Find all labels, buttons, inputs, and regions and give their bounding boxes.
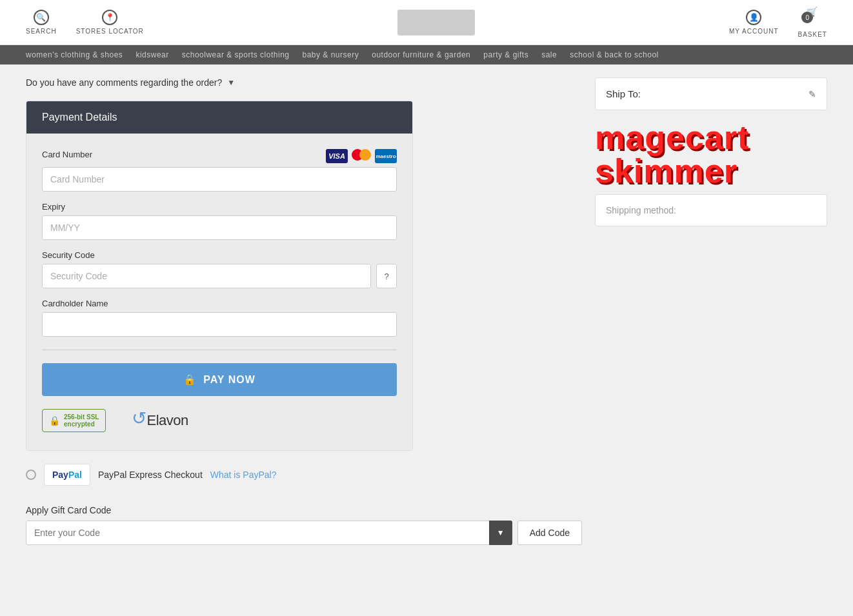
basket-count: 0: [801, 12, 813, 23]
paypal-express-label: PayPal Express Checkout: [98, 470, 203, 480]
gift-card-input-wrap: ▼: [26, 521, 512, 545]
nav-item-2[interactable]: schoolwear & sports clothing: [182, 50, 290, 59]
gift-card-input[interactable]: [26, 521, 512, 545]
maestro-icon: maestro: [375, 149, 397, 163]
security-code-input[interactable]: [42, 264, 371, 288]
basket-label: BASKET: [798, 31, 827, 38]
search-icon: 🔍: [34, 10, 49, 25]
content-left: Do you have any comments regarding the o…: [26, 77, 582, 545]
lock-icon: 🔒: [183, 373, 197, 386]
what-is-paypal-link[interactable]: What is PayPal?: [210, 470, 277, 480]
form-divider: [42, 350, 397, 350]
header-left: 🔍 SEARCH 📍 STORES LOCATOR: [26, 10, 144, 35]
ssl-label: 256-bit SSL encrypted: [64, 413, 99, 428]
expiry-group: Expiry: [42, 202, 397, 240]
pay-now-button[interactable]: 🔒 PAY NOW: [42, 363, 397, 396]
pay-now-label: PAY NOW: [203, 374, 256, 386]
payment-header: Payment Details: [26, 101, 412, 134]
chevron-down-icon: ▼: [227, 78, 235, 87]
stores-nav-item[interactable]: 📍 STORES LOCATOR: [76, 10, 144, 35]
card-number-label: Card Number: [42, 150, 92, 159]
mastercard-icon: [350, 149, 372, 163]
paypal-section: PayPal PayPal Express Checkout What is P…: [26, 464, 582, 492]
payment-title: Payment Details: [42, 112, 117, 123]
elavon-logo: ↺ Elavon: [132, 410, 188, 432]
security-code-group: Security Code ?: [42, 250, 397, 288]
payment-card: Payment Details Card Number VISA: [26, 101, 413, 451]
magecart-line1: magecart: [595, 121, 827, 154]
nav-item-6[interactable]: sale: [541, 50, 557, 59]
card-number-header: Card Number VISA maestro: [42, 149, 397, 163]
nav-item-3[interactable]: baby & nursery: [302, 50, 359, 59]
elavon-swirl-icon: ↺: [132, 408, 146, 429]
expiry-label: Expiry: [42, 202, 397, 212]
security-code-row: ?: [42, 264, 397, 288]
search-nav-item[interactable]: 🔍 SEARCH: [26, 10, 57, 35]
magecart-overlay: magecart skimmer: [595, 121, 827, 188]
gift-card-label: Apply Gift Card Code: [26, 505, 582, 515]
cardholder-input[interactable]: John Ripper: [42, 312, 397, 337]
location-icon: 📍: [102, 10, 117, 25]
paypal-radio[interactable]: [26, 470, 36, 480]
header-right: 👤 MY ACCOUNT 🛒 0 BASKET: [729, 6, 827, 38]
paypal-logo: PayPal: [52, 470, 82, 480]
gift-card-section: Apply Gift Card Code ▼ Add Code: [26, 505, 582, 545]
cardholder-label: Cardholder Name: [42, 299, 397, 308]
security-code-help-button[interactable]: ?: [376, 264, 397, 288]
gift-card-dropdown-button[interactable]: ▼: [489, 521, 512, 545]
elavon-text: Elavon: [146, 412, 188, 429]
magecart-line2: skimmer: [595, 154, 827, 188]
site-logo[interactable]: [397, 10, 475, 35]
account-label: MY ACCOUNT: [729, 28, 779, 35]
payment-body: Card Number VISA maestro: [26, 134, 412, 450]
shipping-method-box: Shipping method:: [595, 194, 827, 226]
stores-label: STORES LOCATOR: [76, 28, 144, 35]
ssl-badge: 🔒 256-bit SSL encrypted: [42, 409, 106, 432]
ship-to-box: Ship To: ✎: [595, 77, 827, 110]
shipping-method-label: Shipping method:: [606, 205, 676, 215]
content-right: Ship To: ✎ magecart skimmer Shipping met…: [595, 77, 827, 545]
main-content: Do you have any comments regarding the o…: [0, 65, 853, 558]
cardholder-group: Cardholder Name John Ripper: [42, 299, 397, 337]
ship-to-title: Ship To:: [606, 88, 641, 99]
ssl-icon: 🔒: [49, 415, 60, 426]
header: 🔍 SEARCH 📍 STORES LOCATOR 👤 MY ACCOUNT 🛒…: [0, 0, 853, 45]
gift-card-row: ▼ Add Code: [26, 521, 582, 545]
nav-item-0[interactable]: women's clothing & shoes: [26, 50, 123, 59]
add-code-button[interactable]: Add Code: [517, 521, 582, 545]
account-nav-item[interactable]: 👤 MY ACCOUNT: [729, 10, 779, 35]
account-icon: 👤: [746, 10, 761, 25]
paypal-logo-box: PayPal: [44, 464, 90, 486]
edit-icon[interactable]: ✎: [808, 89, 816, 99]
card-number-input[interactable]: [42, 167, 397, 192]
expiry-input[interactable]: [42, 215, 397, 240]
ship-to-header: Ship To: ✎: [606, 88, 816, 99]
nav-item-4[interactable]: outdoor furniture & garden: [372, 50, 470, 59]
order-comments-label: Do you have any comments regarding the o…: [26, 77, 222, 88]
security-code-label: Security Code: [42, 250, 397, 260]
nav-item-1[interactable]: kidswear: [135, 50, 168, 59]
nav-bar: women's clothing & shoes kidswear school…: [0, 45, 853, 65]
card-icons: VISA maestro: [326, 149, 397, 163]
payment-footer: 🔒 256-bit SSL encrypted ↺ Elavon: [42, 409, 397, 435]
search-label: SEARCH: [26, 28, 57, 35]
card-number-group: Card Number VISA maestro: [42, 149, 397, 192]
basket-nav-item[interactable]: 🛒 0 BASKET: [798, 6, 827, 38]
nav-item-5[interactable]: party & gifts: [483, 50, 528, 59]
nav-item-7[interactable]: school & back to school: [570, 50, 659, 59]
order-comments-toggle[interactable]: Do you have any comments regarding the o…: [26, 77, 582, 88]
visa-icon: VISA: [326, 149, 348, 163]
